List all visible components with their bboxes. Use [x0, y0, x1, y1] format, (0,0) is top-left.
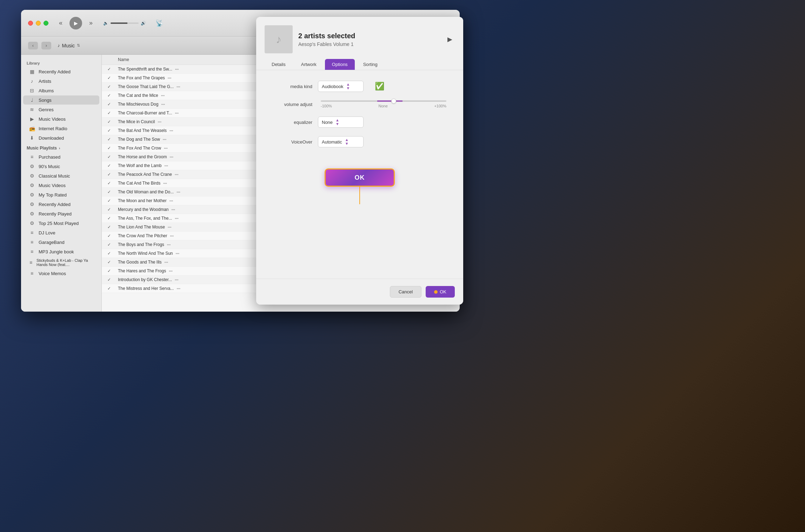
songs-icon: ♩ — [29, 97, 35, 103]
maximize-button[interactable] — [44, 21, 48, 26]
smart-playlist-icon: ⚙ — [29, 164, 35, 169]
sidebar-item-music-videos[interactable]: ▶ Music Videos — [23, 114, 99, 124]
sidebar-item-my-top-rated[interactable]: ⚙ My Top Rated — [23, 190, 99, 199]
media-kind-label: media kind — [270, 84, 312, 89]
traffic-lights — [28, 21, 48, 26]
song-check: ✓ — [107, 198, 118, 203]
sidebar-item-purchased[interactable]: ≡ Purchased — [23, 152, 99, 161]
cancel-button[interactable]: Cancel — [390, 286, 421, 298]
dialog-play-button[interactable]: ▶ — [445, 34, 455, 44]
volume-adjust-row: volume adjust -100% None +100% — [270, 100, 449, 108]
sidebar-item-recently-added-pl[interactable]: ⚙ Recently Added — [23, 200, 99, 209]
song-check: ✓ — [107, 75, 118, 80]
voiceover-select[interactable]: Automatic ▲▼ — [318, 136, 364, 147]
sidebar-item-label: Downloaded — [39, 135, 64, 141]
song-check: ✓ — [107, 277, 118, 282]
equalizer-label: equalizer — [270, 120, 312, 125]
song-check: ✓ — [107, 181, 118, 186]
sidebar-item-internet-radio[interactable]: 📻 Internet Radio — [23, 124, 99, 133]
close-button[interactable] — [28, 21, 33, 26]
sidebar-item-label: Recently Added — [39, 202, 71, 207]
playlist-icon: ≡ — [29, 249, 35, 254]
tab-options[interactable]: Options — [325, 59, 355, 70]
playlist-icon: ≡ — [29, 230, 35, 235]
song-check: ✓ — [107, 93, 118, 98]
volume-labels: -100% None +100% — [318, 104, 449, 108]
albums-icon: ⊟ — [29, 88, 35, 93]
tab-artwork[interactable]: Artwork — [294, 59, 324, 70]
playlists-section-header[interactable]: Music Playlists › — [21, 143, 101, 152]
volume-adjust-label: volume adjust — [270, 102, 312, 107]
song-check: ✓ — [107, 268, 118, 273]
ok-button[interactable]: OK — [426, 286, 455, 298]
sidebar-item-garageband[interactable]: ≡ GarageBand — [23, 238, 99, 247]
song-check: ✓ — [107, 286, 118, 291]
rewind-button[interactable]: « — [59, 19, 62, 27]
volume-thumb[interactable] — [391, 99, 396, 104]
airplay-button[interactable]: 📡 — [153, 17, 166, 29]
music-note-icon: ♪ — [276, 33, 281, 46]
volume-adjust-slider[interactable]: -100% None +100% — [318, 100, 449, 108]
song-check: ✓ — [107, 233, 118, 238]
voiceover-label: VoiceOver — [270, 139, 312, 145]
minimize-button[interactable] — [36, 21, 41, 26]
sidebar-item-downloaded[interactable]: ⬇ Downloaded — [23, 133, 99, 142]
volume-track[interactable] — [321, 100, 446, 102]
sidebar-item-music-videos-pl[interactable]: ⚙ Music Videos — [23, 181, 99, 190]
tab-sorting[interactable]: Sorting — [356, 59, 385, 70]
sidebar-item-90s-music[interactable]: ⚙ 90's Music — [23, 162, 99, 171]
song-check: ✓ — [107, 260, 118, 265]
app-background: « ▶ » 🔈 🔊 📡 ≡ 🔍 Search — [0, 0, 805, 532]
internet-radio-icon: 📻 — [29, 126, 35, 131]
sidebar-item-label: Top 25 Most Played — [39, 221, 79, 226]
sidebar-item-genres[interactable]: ≋ Genres — [23, 105, 99, 114]
equalizer-select[interactable]: None ▲▼ — [318, 117, 364, 128]
dialog-footer: Cancel OK — [256, 279, 463, 305]
sidebar-item-songs[interactable]: ♩ Songs — [23, 95, 99, 105]
large-ok-button[interactable]: OK — [325, 168, 395, 187]
sidebar-item-albums[interactable]: ⊟ Albums — [23, 86, 99, 95]
sidebar-item-dj-love[interactable]: ≡ DJ Love — [23, 228, 99, 237]
sidebar-item-recently-played[interactable]: ⚙ Recently Played — [23, 209, 99, 218]
song-check: ✓ — [107, 137, 118, 142]
vol-none-label: None — [378, 104, 387, 108]
sidebar-item-label: Classical Music — [39, 173, 70, 179]
fast-forward-button[interactable]: » — [89, 19, 93, 27]
sidebar-item-mp3-jungle[interactable]: ≡ MP3 Jungle book — [23, 247, 99, 256]
song-check: ✓ — [107, 172, 118, 177]
downloaded-icon: ⬇ — [29, 135, 35, 141]
volume-track[interactable] — [111, 22, 139, 24]
sidebar-item-label: Music Videos — [39, 117, 66, 122]
sidebar-item-recently-added[interactable]: ▦ Recently Added — [23, 67, 99, 76]
vol-min-label: -100% — [321, 104, 332, 108]
sidebar-item-artists[interactable]: ♪ Artists — [23, 77, 99, 86]
ok-arrow-line — [359, 187, 360, 204]
song-check: ✓ — [107, 84, 118, 89]
sidebar-item-label: DJ Love — [39, 230, 55, 235]
chevron-down-icon: › — [59, 146, 60, 150]
sidebar-item-voice-memos[interactable]: ≡ Voice Memos — [23, 269, 99, 278]
sidebar: Library ▦ Recently Added ♪ Artists ⊟ Alb… — [21, 55, 102, 312]
smart-playlist-icon: ⚙ — [29, 173, 35, 179]
play-button[interactable]: ▶ — [69, 17, 82, 29]
sidebar-item-classical[interactable]: ⚙ Classical Music — [23, 171, 99, 180]
sidebar-item-top-25[interactable]: ⚙ Top 25 Most Played — [23, 219, 99, 228]
sidebar-item-label: Recently Played — [39, 211, 72, 217]
media-kind-select[interactable]: Audiobook ▲▼ — [318, 81, 364, 92]
forward-button[interactable]: › — [41, 42, 51, 49]
music-stepper-icon[interactable]: ⇅ — [77, 43, 80, 48]
sidebar-item-label: My Top Rated — [39, 192, 67, 198]
equalizer-value: None — [322, 120, 333, 125]
check-mark-icon: ✅ — [375, 82, 384, 91]
album-art: ♪ — [265, 25, 293, 53]
sidebar-item-stickybuds[interactable]: ≡ Stickybuds & K+Lab - Clap Ya Hands Now… — [23, 257, 99, 268]
volume-slider[interactable]: 🔈 🔊 — [103, 21, 146, 26]
dialog-subtitle: Aesop's Fables Volume 1 — [298, 41, 439, 47]
equalizer-arrows-icon: ▲▼ — [335, 118, 339, 126]
dialog-title-area: 2 artists selected Aesop's Fables Volume… — [298, 32, 439, 47]
sidebar-item-label: Voice Memos — [39, 271, 66, 276]
song-check: ✓ — [107, 128, 118, 133]
tab-details[interactable]: Details — [265, 59, 293, 70]
smart-playlist-icon: ⚙ — [29, 182, 35, 188]
back-button[interactable]: ‹ — [28, 42, 38, 49]
